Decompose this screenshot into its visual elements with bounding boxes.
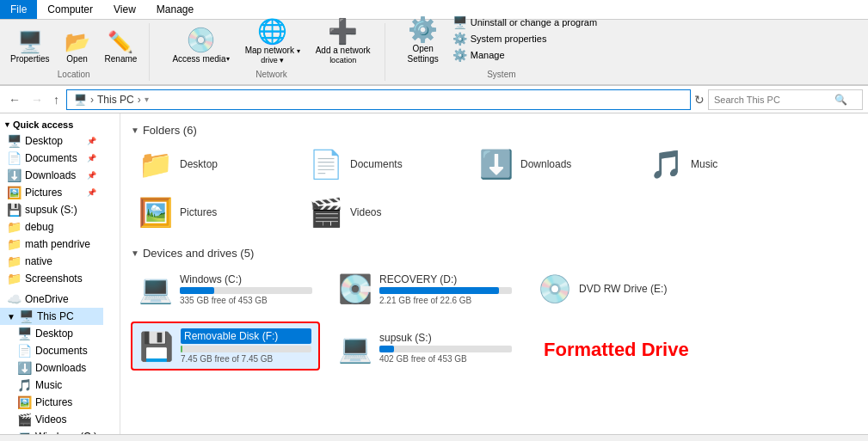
- windows-c-info: Windows (C:) 335 GB free of 453 GB: [180, 273, 312, 305]
- tab-computer[interactable]: Computer: [37, 0, 103, 19]
- folder-music-icon: 🎵: [649, 148, 684, 181]
- sidebar-documents-label: Documents: [25, 152, 77, 164]
- manage-btn[interactable]: ⚙️ Manage: [449, 47, 600, 63]
- refresh-button[interactable]: ↻: [694, 93, 705, 107]
- folder-desktop-icon: 📁: [139, 148, 173, 181]
- path-crumb-thispc: 🖥️: [74, 94, 87, 106]
- native-icon: 📁: [7, 254, 22, 268]
- device-dvd-e[interactable]: 💿 DVD RW Drive (E:): [530, 266, 719, 311]
- back-button[interactable]: ←: [5, 91, 24, 108]
- folder-documents-icon: 📄: [309, 148, 343, 181]
- map-drive-btn[interactable]: 🌐 Map network ▾ drive ▾: [240, 15, 305, 66]
- removable-f-info: Removable Disk (F:) 7.45 GB free of 7.45…: [181, 328, 311, 364]
- system-props-btn[interactable]: ⚙️ System properties: [449, 31, 600, 46]
- add-location-label: Add a network: [316, 46, 371, 56]
- recovery-d-bar: [379, 287, 499, 294]
- rename-icon: ✏️: [108, 32, 133, 52]
- sidebar-item-debug[interactable]: 📁 debug: [0, 218, 103, 236]
- access-media-label: Access media ▾: [172, 54, 229, 64]
- rename-btn[interactable]: ✏️ Rename: [102, 30, 141, 66]
- onedrive-icon: ☁️: [7, 292, 22, 306]
- supsuk-s-bar-wrap: [379, 346, 512, 352]
- sidebar-thispc-downloads[interactable]: ⬇️ Downloads: [0, 359, 103, 377]
- folder-downloads[interactable]: ⬇️ Downloads: [471, 144, 635, 185]
- tab-file[interactable]: File: [0, 0, 37, 19]
- supsuk-s-name: supsuk (S:): [379, 332, 512, 344]
- location-group-items: 🖥️ Properties 📂 Open ✏️ Rename: [7, 23, 140, 66]
- folder-videos[interactable]: 🎬 Videos: [301, 192, 465, 233]
- address-path[interactable]: 🖥️ › This PC › ▾: [66, 89, 691, 110]
- add-location-btn[interactable]: ➕ Add a network location: [311, 15, 376, 66]
- removable-f-name: Removable Disk (F:): [181, 328, 311, 344]
- search-input[interactable]: [714, 95, 834, 105]
- uninstall-btn[interactable]: 🖥️ Uninstall or change a program: [449, 15, 600, 30]
- sidebar-item-native[interactable]: 📁 native: [0, 253, 103, 270]
- sidebar-item-mathpendrive[interactable]: 📁 math pendrive: [0, 236, 103, 253]
- devices-chevron: ▼: [131, 248, 139, 258]
- access-media-btn[interactable]: 💿 Access media ▾: [167, 24, 234, 66]
- sidebar-item-supsuk[interactable]: 💾 supsuk (S:): [0, 201, 103, 218]
- sidebar-screenshots-label: Screenshots: [25, 273, 83, 285]
- supsuk-icon: 💾: [7, 203, 22, 217]
- network-group-label: Network: [255, 68, 287, 81]
- folder-desktop[interactable]: 📁 Desktop: [131, 144, 294, 185]
- pin-icon3: 📌: [87, 171, 96, 180]
- thispc-desktop-label: Desktop: [35, 328, 73, 340]
- forward-button[interactable]: →: [28, 91, 46, 108]
- devices-header-label: Devices and drives (5): [143, 247, 254, 260]
- device-supsuk-s[interactable]: 💻 supsuk (S:) 402 GB free of 453 GB: [330, 325, 520, 371]
- status-bar: This PC: [0, 434, 868, 441]
- device-windows-c[interactable]: 💻 Windows (C:) 335 GB free of 453 GB: [131, 266, 320, 311]
- supsuk-s-bar: [379, 346, 394, 352]
- open-label: Open: [66, 54, 87, 64]
- pin-icon2: 📌: [87, 154, 96, 162]
- folder-documents[interactable]: 📄 Documents: [301, 144, 465, 185]
- sidebar-thispc-windows[interactable]: 💻 Windows (C:): [0, 428, 103, 434]
- folder-pictures[interactable]: 🖼️ Pictures: [131, 192, 294, 233]
- sidebar-item-thispc[interactable]: ▼ 🖥️ This PC: [0, 308, 103, 325]
- sidebar-item-pictures[interactable]: 🖼️ Pictures 📌: [0, 184, 103, 201]
- open-btn[interactable]: 📂 Open: [58, 30, 96, 66]
- sidebar-thispc-videos[interactable]: 🎬 Videos: [0, 411, 103, 428]
- tab-view[interactable]: View: [103, 0, 146, 19]
- manage-label: Manage: [471, 50, 505, 60]
- sidebar-thispc-documents[interactable]: 📄 Documents: [0, 342, 103, 359]
- device-removable-f[interactable]: 💾 Removable Disk (F:) 7.45 GB free of 7.…: [131, 322, 320, 371]
- sidebar-item-onedrive[interactable]: ☁️ OneDrive: [0, 291, 103, 308]
- recovery-d-info: RECOVERY (D:) 2.21 GB free of 22.6 GB: [379, 273, 512, 305]
- sidebar-item-documents[interactable]: 📄 Documents 📌: [0, 150, 103, 167]
- network-group-items: 💿 Access media ▾ 🌐 Map network ▾ drive ▾…: [167, 15, 375, 66]
- access-media-icon: 💿: [186, 26, 216, 54]
- settings-label: OpenSettings: [408, 44, 439, 64]
- thispc-documents-icon: 📄: [17, 344, 32, 358]
- folder-music[interactable]: 🎵 Music: [642, 144, 805, 185]
- thispc-downloads-label: Downloads: [35, 362, 86, 374]
- properties-btn[interactable]: 🖥️ Properties: [7, 30, 53, 66]
- thispc-icon: ▼: [7, 312, 15, 322]
- windows-c-space: 335 GB free of 453 GB: [180, 296, 312, 305]
- thispc-icon2: 🖥️: [19, 309, 34, 323]
- sidebar-item-screenshots[interactable]: 📁 Screenshots: [0, 270, 103, 287]
- debug-icon: 📁: [7, 220, 22, 234]
- device-recovery-d[interactable]: 💽 RECOVERY (D:) 2.21 GB free of 22.6 GB: [330, 266, 520, 311]
- sidebar-thispc-pictures[interactable]: 🖼️ Pictures: [0, 394, 103, 411]
- uninstall-label: Uninstall or change a program: [471, 17, 597, 28]
- recovery-d-icon: 💽: [338, 273, 372, 305]
- downloads-icon: ⬇️: [7, 168, 22, 182]
- sidebar-thispc-desktop[interactable]: 🖥️ Desktop: [0, 325, 103, 342]
- sidebar-thispc-music[interactable]: 🎵 Music: [0, 377, 103, 394]
- sidebar-item-downloads[interactable]: ⬇️ Downloads 📌: [0, 167, 103, 184]
- up-button[interactable]: ↑: [50, 91, 63, 108]
- windows-c-bar: [180, 287, 214, 294]
- path-crumb-label: This PC: [97, 94, 134, 106]
- properties-label: Properties: [10, 54, 50, 64]
- thispc-videos-label: Videos: [35, 413, 66, 426]
- sidebar-item-desktop[interactable]: 🖥️ Desktop 📌: [0, 132, 103, 150]
- thispc-music-icon: 🎵: [17, 378, 32, 392]
- sidebar-mathpendrive-label: math pendrive: [25, 238, 90, 250]
- path-sep2: ›: [138, 94, 141, 106]
- folder-videos-icon: 🎬: [309, 196, 343, 229]
- sidebar-quick-access[interactable]: ▼ Quick access: [0, 117, 103, 132]
- open-settings-btn[interactable]: ⚙️ OpenSettings: [403, 14, 444, 66]
- sidebar-container: ▼ Quick access 🖥️ Desktop 📌 📄 Documents …: [0, 113, 120, 434]
